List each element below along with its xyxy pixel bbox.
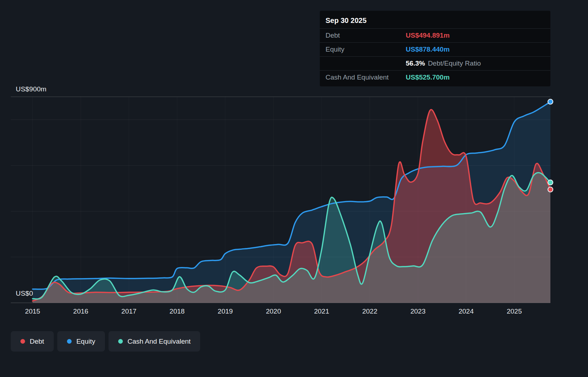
x-axis-label: 2018 (169, 307, 184, 315)
tooltip-debt-value: US$494.891m (406, 31, 450, 40)
legend-cash-label: Cash And Equivalent (127, 338, 191, 345)
legend-equity-label: Equity (76, 338, 95, 345)
x-axis-label: 2019 (218, 307, 233, 315)
tooltip-equity-value: US$878.440m (406, 45, 450, 54)
x-axis-label: 2015 (25, 307, 40, 315)
x-axis-label: 2017 (121, 307, 136, 315)
equity-dot-icon (67, 339, 72, 344)
legend-item-equity[interactable]: Equity (57, 331, 105, 352)
legend-item-debt[interactable]: Debt (11, 331, 54, 352)
tooltip-ratio-label: Debt/Equity Ratio (428, 59, 481, 68)
x-axis-label: 2024 (458, 307, 473, 315)
y-axis-label-max: US$900m (16, 85, 47, 93)
tooltip-cash-label: Cash And Equivalent (326, 73, 406, 82)
endpoint-marker-equity (548, 99, 553, 104)
endpoint-marker-cash (548, 180, 553, 185)
tooltip-date: Sep 30 2025 (320, 12, 550, 28)
tooltip-equity-label: Equity (326, 45, 406, 54)
legend-debt-label: Debt (30, 338, 44, 345)
debt-dot-icon (20, 339, 25, 344)
endpoint-marker-debt (548, 187, 553, 192)
tooltip-debt-label: Debt (326, 31, 406, 40)
tooltip-ratio-value: 56.3% (406, 59, 425, 68)
tooltip-row-equity: Equity US$878.440m (320, 42, 550, 56)
tooltip-cash-value: US$525.700m (406, 73, 450, 82)
x-axis-label: 2016 (73, 307, 88, 315)
tooltip-row-ratio: 56.3% Debt/Equity Ratio (320, 56, 550, 70)
cash-dot-icon (118, 339, 123, 344)
x-axis-label: 2020 (266, 307, 281, 315)
x-axis-label: 2023 (410, 307, 425, 315)
legend-item-cash[interactable]: Cash And Equivalent (109, 331, 200, 352)
x-axis-label: 2025 (507, 307, 522, 315)
y-axis-label-zero: US$0 (16, 290, 33, 297)
legend: Debt Equity Cash And Equivalent (11, 331, 200, 352)
x-axis-label: 2022 (362, 307, 377, 315)
tooltip-row-cash: Cash And Equivalent US$525.700m (320, 70, 550, 84)
tooltip: Sep 30 2025 Debt US$494.891m Equity US$8… (320, 11, 550, 86)
x-axis-label: 2021 (314, 307, 329, 315)
tooltip-row-debt: Debt US$494.891m (320, 28, 550, 42)
